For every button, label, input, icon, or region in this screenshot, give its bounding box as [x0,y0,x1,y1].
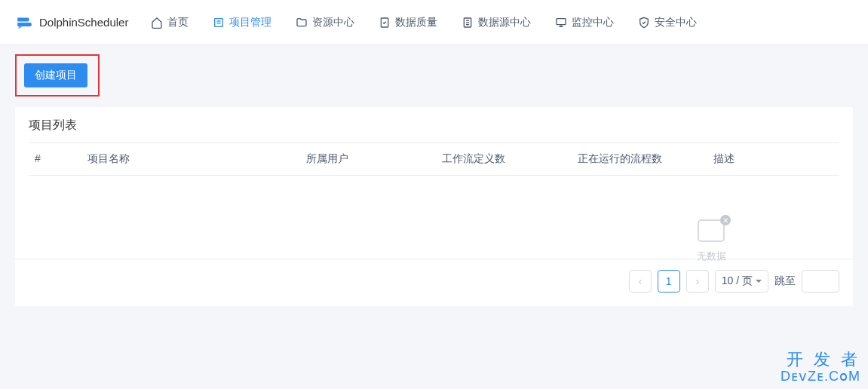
empty-icon: ✕ [698,219,726,244]
nav-security[interactable]: 安全中心 [638,16,697,29]
nav-resource[interactable]: 资源中心 [296,16,354,29]
database-icon [462,17,474,29]
nav-label: 项目管理 [229,16,271,29]
toolbar: 创建项目 [0,45,868,107]
nav-label: 数据源中心 [478,16,531,29]
create-project-button[interactable]: 创建项目 [24,63,87,87]
jump-page-input[interactable] [802,270,839,293]
table-header-row: # 项目名称 所属用户 工作流定义数 正在运行的流程数 描述 [29,142,839,176]
chevron-right-icon: › [695,275,699,287]
page-number-button[interactable]: 1 [658,270,680,293]
pagination: ‹ 1 › 10 / 页 跳至 [15,259,853,306]
table: # 项目名称 所属用户 工作流定义数 正在运行的流程数 描述 ✕ 无数据 [15,142,853,259]
logo[interactable]: DolphinScheduler [15,13,128,32]
chevron-left-icon: ‹ [638,275,642,287]
monitor-icon [555,17,567,29]
column-workflow-count: 工作流定义数 [436,152,572,166]
annotation-highlight: 创建项目 [15,54,100,96]
column-user: 所属用户 [300,152,436,166]
list-icon [213,17,225,29]
next-page-button[interactable]: › [686,270,709,293]
column-running-count: 正在运行的流程数 [572,152,707,166]
page-size-label: 10 / 页 [722,274,753,288]
project-list-card: 项目列表 # 项目名称 所属用户 工作流定义数 正在运行的流程数 描述 ✕ 无数… [15,107,853,306]
nav-datasource[interactable]: 数据源中心 [462,16,531,29]
svg-rect-8 [557,18,566,24]
nav-quality[interactable]: 数据质量 [379,16,437,29]
nav-label: 数据质量 [395,16,437,29]
main-nav: 首页 项目管理 资源中心 数据质量 数据源中心 监控中心 安全中心 [151,16,697,29]
column-description: 描述 [707,152,839,166]
column-name: 项目名称 [81,152,300,166]
top-header: DolphinScheduler 首页 项目管理 资源中心 数据质量 数据源中心… [0,0,868,45]
empty-state: ✕ 无数据 [29,176,839,259]
brand-name: DolphinScheduler [39,16,128,29]
document-check-icon [379,17,391,29]
nav-label: 安全中心 [655,16,697,29]
nav-home[interactable]: 首页 [151,16,189,29]
shield-icon [638,17,650,29]
close-badge-icon: ✕ [720,215,731,225]
folder-icon [296,17,308,29]
prev-page-button[interactable]: ‹ [629,270,652,293]
nav-label: 监控中心 [572,16,614,29]
nav-label: 首页 [167,16,189,29]
nav-monitor[interactable]: 监控中心 [555,16,614,29]
card-title: 项目列表 [15,107,853,142]
column-index: # [29,152,81,166]
empty-text: 无数据 [697,250,726,263]
page-size-select[interactable]: 10 / 页 [715,270,768,293]
home-icon [151,17,163,29]
dolphin-logo-icon [15,13,35,32]
nav-project[interactable]: 项目管理 [213,16,271,29]
nav-label: 资源中心 [312,16,354,29]
jump-label: 跳至 [774,274,796,288]
